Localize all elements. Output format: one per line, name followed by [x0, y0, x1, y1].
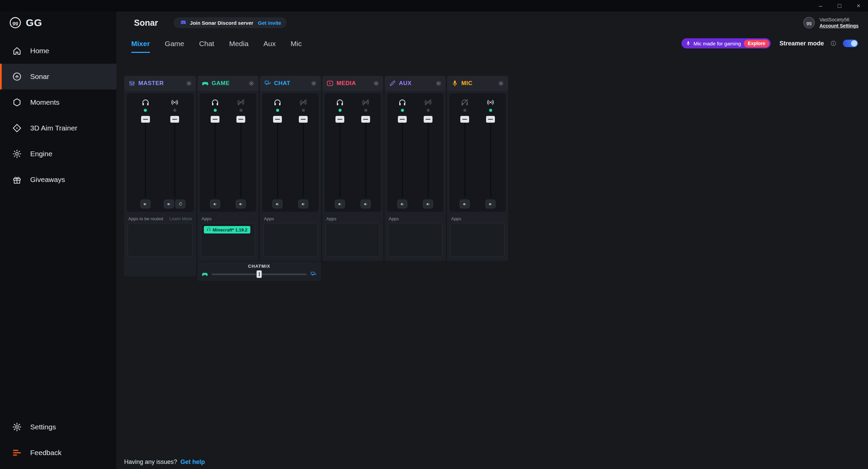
- channel-chat-stream-mute-button[interactable]: [298, 200, 308, 208]
- learn-more-link[interactable]: Learn More: [170, 216, 192, 221]
- channel-game-headphones-slider-track[interactable]: [215, 123, 216, 197]
- sidebar-item-engine[interactable]: Engine: [0, 141, 116, 167]
- home-icon: [12, 46, 22, 56]
- channel-chat-apps-box[interactable]: [263, 223, 317, 257]
- svg-text:gg: gg: [806, 21, 811, 25]
- channel-aux-stream-mute-button[interactable]: [423, 200, 433, 208]
- tab-media[interactable]: Media: [229, 40, 248, 53]
- channel-chat-headphones-slider-track[interactable]: [277, 123, 278, 197]
- tab-mixer[interactable]: Mixer: [131, 40, 150, 53]
- channel-game-stream-slider-handle[interactable]: [236, 116, 245, 123]
- channel-aux-faders: [387, 93, 443, 212]
- channel-aux-headphones-mute-button[interactable]: [397, 200, 407, 208]
- channel-aux-settings-gear-icon[interactable]: [436, 80, 442, 86]
- tab-chat[interactable]: Chat: [199, 40, 214, 53]
- channel-mic-stream-mute-button[interactable]: [485, 200, 496, 208]
- channel-master-headphones-slider-track[interactable]: [145, 123, 146, 197]
- user-menu[interactable]: gg VastSociety56 Account Settings: [803, 16, 859, 29]
- sidebar-footer-nav: Settings Feedback: [0, 414, 116, 466]
- fader-status-dot: [364, 109, 367, 112]
- get-help-link[interactable]: Get help: [180, 458, 205, 466]
- sidebar-item-giveaways[interactable]: Giveaways: [0, 167, 116, 192]
- channel-master-stream-mute-button[interactable]: [164, 200, 174, 208]
- apps-label: Apps: [201, 216, 212, 221]
- channel-mic-stream-slider-track[interactable]: [490, 123, 491, 197]
- fader-status-dot: [302, 109, 305, 112]
- account-settings-link[interactable]: Account Settings: [819, 23, 859, 28]
- channel-media-apps-box[interactable]: [326, 223, 380, 257]
- maximize-button[interactable]: □: [830, 0, 849, 12]
- apps-label: Apps: [264, 216, 274, 221]
- channel-master-stream-slider-track[interactable]: [174, 123, 175, 197]
- tab-mic[interactable]: Mic: [291, 40, 302, 53]
- tab-game[interactable]: Game: [165, 40, 184, 53]
- tab-aux[interactable]: Aux: [264, 40, 276, 53]
- sidebar-item-feedback[interactable]: Feedback: [0, 440, 116, 466]
- channel-master-headphones-mute-button[interactable]: [140, 200, 151, 208]
- channel-media-stream-slider-track[interactable]: [365, 123, 366, 197]
- sidebar-item-aim-trainer[interactable]: 3D Aim Trainer: [0, 115, 116, 141]
- sidebar-item-moments[interactable]: Moments: [0, 89, 116, 115]
- channel-master-stream-slider-handle[interactable]: [170, 116, 179, 123]
- sidebar-item-home[interactable]: Home: [0, 38, 116, 64]
- discord-banner[interactable]: Join Sonar Discord server Get invite: [174, 17, 287, 28]
- channel-chat-stream-slider-handle[interactable]: [299, 116, 308, 123]
- channel-master-settings-gear-icon[interactable]: [186, 80, 192, 86]
- fader-status-dot: [214, 109, 217, 112]
- channel-game-name: GAME: [212, 80, 246, 87]
- minimize-button[interactable]: –: [811, 0, 830, 12]
- apps-label: Apps: [451, 216, 461, 221]
- channel-game-stream-slider-track[interactable]: [240, 123, 242, 197]
- channel-master-apps-box[interactable]: [128, 223, 193, 257]
- channel-master-headphones-slider-handle[interactable]: [141, 116, 150, 123]
- channel-chat-stream-slider-track[interactable]: [303, 123, 304, 197]
- channel-mic-apps-box[interactable]: [450, 223, 505, 257]
- channel-aux-fader-headphones: [392, 93, 413, 212]
- fader-status-dot: [173, 109, 176, 112]
- mic-promo-banner[interactable]: Mic made for gaming Explore: [681, 38, 771, 48]
- channel-aux-headphones-slider-track[interactable]: [402, 123, 403, 197]
- channel-game-settings-gear-icon[interactable]: [248, 80, 254, 86]
- channel-game-headphones-slider-handle[interactable]: [211, 116, 219, 123]
- channel-mic-settings-gear-icon[interactable]: [498, 80, 504, 86]
- chatmix-slider-track[interactable]: [212, 273, 307, 275]
- channel-media-headphones-mute-button[interactable]: [335, 200, 345, 208]
- channel-aux-stream-slider-track[interactable]: [428, 123, 429, 197]
- channel-mic-headphones-slider-track[interactable]: [464, 123, 465, 197]
- streamer-mode-toggle[interactable]: [843, 40, 858, 47]
- channel-game-headphones-mute-button[interactable]: [210, 200, 220, 208]
- close-button[interactable]: ×: [849, 0, 868, 12]
- discord-icon: [179, 19, 187, 26]
- channel-media-headphones-slider-handle[interactable]: [335, 116, 344, 123]
- channel-game-fader-headphones: [205, 93, 226, 212]
- channel-media-headphones-slider-track[interactable]: [340, 123, 341, 197]
- channel-mic-stream-slider-handle[interactable]: [486, 116, 495, 123]
- info-icon[interactable]: [830, 40, 837, 47]
- gg-logo[interactable]: gg GG: [0, 12, 116, 29]
- sidebar-item-sonar[interactable]: Sonar: [0, 64, 116, 89]
- channel-master-fader-stream: [164, 93, 185, 212]
- channel-media-settings-gear-icon[interactable]: [373, 80, 379, 86]
- channel-mic-headphones-mute-button[interactable]: [460, 200, 470, 208]
- channel-aux-headphones-slider-handle[interactable]: [398, 116, 407, 123]
- channel-chat-headphones-mute-button[interactable]: [272, 200, 283, 208]
- channel-chat-headphones-slider-handle[interactable]: [273, 116, 282, 123]
- channel-media-name: MEDIA: [336, 80, 370, 87]
- channel-media-stream-mute-button[interactable]: [361, 200, 371, 208]
- channel-aux-stream-slider-handle[interactable]: [424, 116, 432, 123]
- chatmix-slider-handle[interactable]: [257, 270, 262, 278]
- channel-media-stream-slider-handle[interactable]: [361, 116, 370, 123]
- sidebar-item-label: Feedback: [30, 449, 61, 457]
- channel-game-apps-box[interactable]: Minecraft* 1.19.2: [201, 223, 255, 257]
- discord-invite-link[interactable]: Get invite: [258, 20, 281, 26]
- broadcast-off-icon: [361, 98, 370, 107]
- explore-button[interactable]: Explore: [744, 40, 769, 47]
- channel-master-reset-button[interactable]: [175, 200, 186, 208]
- streamer-mode-label: Streamer mode: [779, 40, 824, 47]
- channel-game-stream-mute-button[interactable]: [236, 200, 246, 208]
- sidebar-item-settings[interactable]: Settings: [0, 414, 116, 440]
- app-chip[interactable]: Minecraft* 1.19.2: [204, 226, 250, 233]
- channel-mic-headphones-slider-handle[interactable]: [460, 116, 469, 123]
- channel-chat-settings-gear-icon[interactable]: [311, 80, 317, 86]
- channel-aux-apps-box[interactable]: [388, 223, 442, 257]
